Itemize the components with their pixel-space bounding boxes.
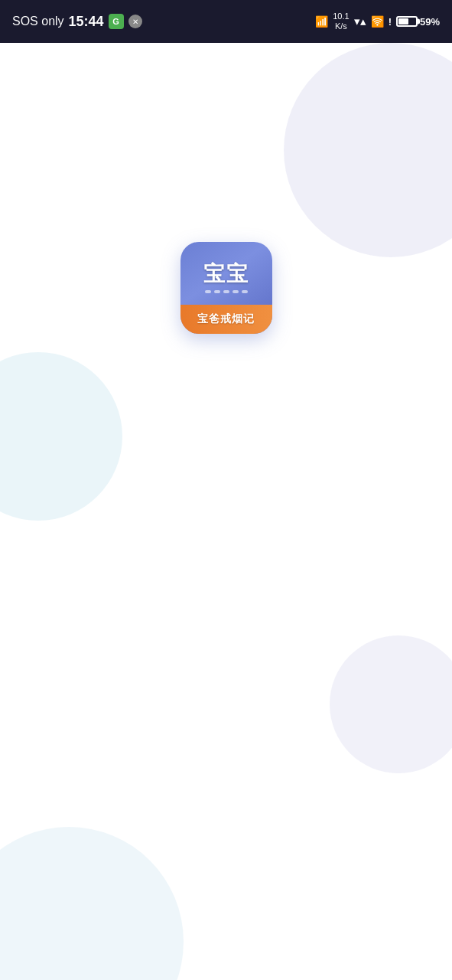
x-icon: ✕ [128, 15, 142, 28]
g-icon: G [109, 14, 124, 29]
wifi-icon: ▾▴ [354, 15, 366, 28]
battery-percent: 59% [420, 16, 440, 28]
main-content: 宝宝 宝爸戒烟记 [0, 43, 452, 980]
dot-5 [242, 290, 248, 293]
battery-container: 59% [396, 16, 440, 28]
app-icon-container[interactable]: 宝宝 宝爸戒烟记 [180, 242, 272, 334]
dot-4 [233, 290, 239, 293]
app-icon-dots [205, 290, 248, 293]
phone-icon: 📶 [315, 15, 328, 28]
status-left: SOS only 15:44 G ✕ [12, 14, 142, 30]
app-icon-bottom: 宝爸戒烟记 [180, 305, 272, 334]
app-icon[interactable]: 宝宝 宝爸戒烟记 [180, 242, 272, 334]
sos-text: SOS only [12, 15, 64, 28]
signal-bars-icon: 🛜 [371, 15, 384, 28]
dot-3 [223, 290, 229, 293]
dot-1 [205, 290, 211, 293]
app-icon-subtitle-text: 宝爸戒烟记 [197, 312, 255, 326]
battery-fill [398, 18, 408, 24]
dot-2 [214, 290, 220, 293]
battery-icon [396, 16, 418, 27]
status-right: 📶 10.1 K/s ▾▴ 🛜 ! 59% [315, 11, 440, 31]
alert-icon: ! [389, 16, 392, 28]
app-icon-main-text: 宝宝 [203, 260, 249, 289]
status-time: 15:44 [69, 14, 104, 30]
network-speed: 10.1 K/s [333, 11, 349, 31]
app-icon-top: 宝宝 [180, 242, 272, 305]
status-bar: SOS only 15:44 G ✕ 📶 10.1 K/s ▾▴ 🛜 ! 59% [0, 0, 452, 43]
